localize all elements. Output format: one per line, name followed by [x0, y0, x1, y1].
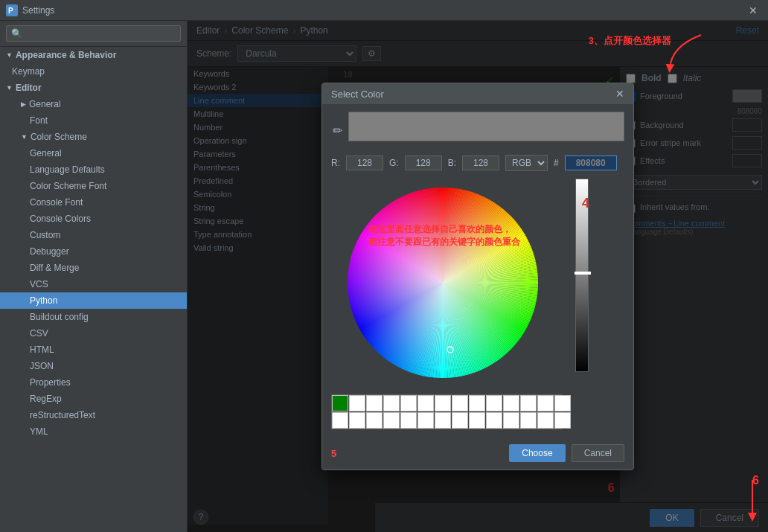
swatch-cell-10[interactable]	[503, 395, 519, 411]
step5-label: 5	[331, 448, 336, 459]
sidebar-item-keymap[interactable]: Keymap	[0, 63, 187, 80]
swatch-cell-9[interactable]	[486, 395, 502, 411]
title-text: Settings	[22, 5, 744, 16]
color-wheel-container: 在这里面任意选择自己喜欢的颜色，但注意不要跟已有的关键字的颜色重合	[331, 179, 624, 387]
swatch-cell-0[interactable]	[332, 395, 348, 411]
rgb-mode-select[interactable]: RGB	[505, 155, 548, 171]
swatch-cell-21[interactable]	[452, 412, 468, 429]
sidebar-label-color-scheme: Color Scheme	[31, 132, 87, 142]
app-icon: P	[6, 4, 18, 16]
sidebar-item-csv[interactable]: CSV	[0, 325, 187, 342]
sidebar-item-font[interactable]: Font	[0, 112, 187, 129]
sidebar-item-python[interactable]: Python	[0, 292, 187, 309]
sidebar-label-general: General	[29, 99, 61, 109]
swatch-cell-22[interactable]	[469, 412, 485, 429]
swatch-cell-15[interactable]	[349, 412, 365, 429]
sidebar-arrow-editor: ▼	[6, 84, 13, 92]
swatch-cell-16[interactable]	[366, 412, 383, 429]
cancel-button[interactable]: Cancel	[572, 444, 624, 462]
modal-body: ✏ R: G: B: RGB #	[322, 104, 633, 444]
swatch-cell-8[interactable]	[469, 395, 485, 411]
sidebar-item-color-scheme[interactable]: ▼Color Scheme	[0, 129, 187, 145]
sidebar-item-diff-merge[interactable]: Diff & Merge	[0, 260, 187, 276]
sidebar-label-keymap: Keymap	[12, 66, 45, 77]
modal-close-button[interactable]: ✕	[615, 88, 624, 100]
brightness-handle	[575, 272, 591, 275]
swatch-cell-12[interactable]	[537, 395, 554, 411]
sidebar-item-buildout-config[interactable]: Buildout config	[0, 309, 187, 325]
sidebar-item-color-scheme-font[interactable]: Color Scheme Font	[0, 178, 187, 194]
sidebar-label-vcs: VCS	[30, 279, 48, 289]
sidebar-label-diff-merge: Diff & Merge	[30, 263, 79, 273]
swatch-cell-23[interactable]	[486, 412, 502, 429]
swatch-cell-25[interactable]	[520, 412, 537, 429]
swatch-cell-1[interactable]	[349, 395, 365, 411]
sidebar-item-html[interactable]: HTML	[0, 342, 187, 358]
sidebar-arrow-general: ▶	[21, 100, 26, 108]
sidebar-item-debugger[interactable]: Debugger	[0, 243, 187, 260]
sidebar-items: ▼Appearance & BehaviorKeymap▼Editor▶Gene…	[0, 47, 187, 440]
sidebar-label-restructuredtext: reStructuredText	[30, 410, 95, 420]
brightness-slider[interactable]	[575, 179, 589, 372]
sidebar-label-custom: Custom	[30, 230, 60, 240]
swatch-cell-24[interactable]	[503, 412, 519, 429]
swatch-cell-18[interactable]	[400, 412, 417, 429]
sidebar-label-console-font: Console Font	[30, 197, 83, 208]
swatch-cell-2[interactable]	[366, 395, 383, 411]
svg-text:P: P	[8, 7, 13, 15]
search-input[interactable]	[6, 25, 181, 42]
sidebar-item-general[interactable]: ▶General	[0, 96, 187, 112]
modal-overlay: Select Color ✕ ✏ R: G:	[188, 21, 768, 532]
sidebar-item-editor[interactable]: ▼Editor	[0, 80, 187, 96]
swatch-cell-3[interactable]	[383, 395, 400, 411]
swatch-cell-13[interactable]	[554, 395, 571, 411]
sidebar-label-console-colors: Console Colors	[30, 214, 91, 224]
swatch-cell-19[interactable]	[417, 412, 434, 429]
swatch-cell-14[interactable]	[332, 412, 348, 429]
swatch-cell-6[interactable]	[435, 395, 451, 411]
title-bar: P Settings ✕	[0, 0, 768, 21]
rgb-row: R: G: B: RGB #	[331, 155, 624, 171]
b-input[interactable]	[462, 156, 499, 170]
sidebar-item-properties[interactable]: Properties	[0, 374, 187, 391]
swatch-cell-26[interactable]	[537, 412, 554, 429]
sidebar-item-regexp[interactable]: RegExp	[0, 391, 187, 407]
sidebar-label-appearance-behavior: Appearance & Behavior	[16, 50, 116, 60]
sidebar-item-custom[interactable]: Custom	[0, 227, 187, 243]
color-wheel[interactable]: 在这里面任意选择自己喜欢的颜色，但注意不要跟已有的关键字的颜色重合	[331, 179, 569, 387]
sidebar-label-language-defaults: Language Defaults	[30, 164, 105, 175]
sidebar-item-vcs[interactable]: VCS	[0, 276, 187, 292]
sidebar-label-json: JSON	[30, 361, 54, 371]
swatch-cell-20[interactable]	[435, 412, 451, 429]
sidebar-item-json[interactable]: JSON	[0, 358, 187, 374]
swatch-cell-5[interactable]	[417, 395, 434, 411]
g-label: G:	[389, 158, 399, 168]
eyedropper-button[interactable]: ✏	[331, 122, 344, 139]
sidebar: ▼Appearance & BehaviorKeymap▼Editor▶Gene…	[0, 21, 188, 532]
sidebar-item-language-defaults[interactable]: Language Defaults	[0, 161, 187, 178]
swatch-cell-11[interactable]	[520, 395, 537, 411]
color-wheel-svg	[331, 179, 554, 387]
sidebar-label-buildout-config: Buildout config	[30, 312, 89, 322]
sidebar-label-font: Font	[30, 115, 48, 126]
swatch-cell-17[interactable]	[383, 412, 400, 429]
sidebar-item-yaml[interactable]: YML	[0, 423, 187, 440]
hash-label: #	[554, 158, 559, 168]
swatch-cell-4[interactable]	[400, 395, 417, 411]
swatch-cell-27[interactable]	[554, 412, 571, 429]
swatch-cell-7[interactable]	[452, 395, 468, 411]
sidebar-item-console-colors[interactable]: Console Colors	[0, 211, 187, 227]
g-input[interactable]	[405, 156, 442, 170]
hex-input[interactable]	[565, 156, 617, 170]
r-input[interactable]	[346, 156, 383, 170]
sidebar-item-appearance-behavior[interactable]: ▼Appearance & Behavior	[0, 47, 187, 63]
sidebar-label-general2: General	[30, 148, 62, 158]
choose-button[interactable]: Choose	[509, 444, 565, 462]
sidebar-item-general2[interactable]: General	[0, 145, 187, 161]
brightness-slider-container	[575, 179, 589, 372]
sidebar-item-console-font[interactable]: Console Font	[0, 194, 187, 211]
sidebar-item-restructuredtext[interactable]: reStructuredText	[0, 407, 187, 423]
main-container: ▼Appearance & BehaviorKeymap▼Editor▶Gene…	[0, 21, 768, 532]
swatches-area	[331, 394, 624, 429]
close-button[interactable]: ✕	[744, 3, 762, 18]
